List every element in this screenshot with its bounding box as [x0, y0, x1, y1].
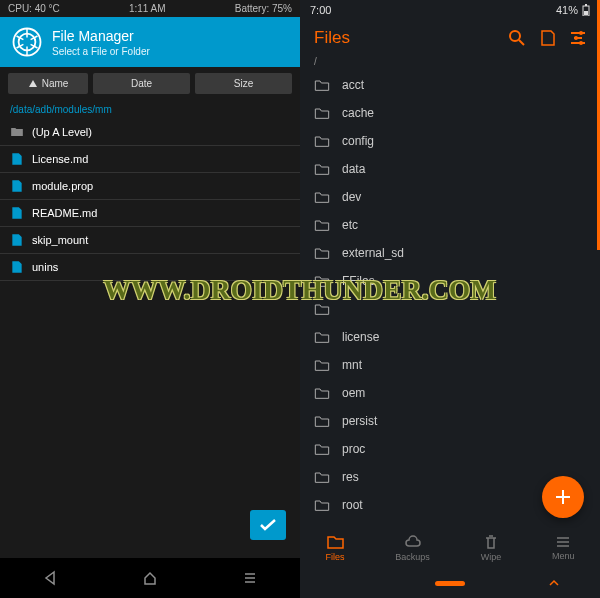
twrp-screen: CPU: 40 °C 1:11 AM Battery: 75% File Man… [0, 0, 300, 598]
folder-icon [314, 246, 330, 260]
list-item[interactable]: skip_mount [0, 227, 300, 254]
file-icon [10, 179, 24, 193]
clock: 7:00 [310, 4, 331, 16]
add-button[interactable] [542, 476, 584, 518]
list-item[interactable]: module.prop [0, 173, 300, 200]
recents-icon[interactable] [242, 570, 258, 586]
folder-icon [314, 470, 330, 484]
bottom-tabs: Files Backups Wipe Menu [300, 528, 600, 568]
check-icon [259, 518, 277, 532]
folder-name: root [342, 498, 363, 512]
sort-size-button[interactable]: Size [195, 73, 292, 94]
status-bar: 7:00 41% [300, 0, 600, 20]
folder-icon [314, 78, 330, 92]
select-button[interactable] [250, 510, 286, 540]
folder-name: res [342, 470, 359, 484]
plus-icon [553, 487, 573, 507]
twrp-logo-icon [12, 27, 42, 57]
folder-list: acct cache config data dev etc external_… [300, 71, 600, 547]
svg-point-6 [579, 31, 583, 35]
folder-name: mnt [342, 358, 362, 372]
filter-icon[interactable] [570, 31, 586, 45]
list-item[interactable]: oem [300, 379, 600, 407]
current-path[interactable]: /data/adb/modules/mm [0, 100, 300, 119]
folder-name: proc [342, 442, 365, 456]
tab-files[interactable]: Files [325, 534, 344, 562]
sort-date-button[interactable]: Date [93, 73, 190, 94]
list-item[interactable] [300, 295, 600, 323]
file-icon [10, 206, 24, 220]
battery: 41% [556, 4, 578, 16]
list-item[interactable]: README.md [0, 200, 300, 227]
list-item[interactable]: dev [300, 183, 600, 211]
sort-asc-icon [28, 79, 38, 89]
back-icon[interactable] [42, 570, 58, 586]
file-name: License.md [32, 153, 88, 165]
folder-name: data [342, 162, 365, 176]
app-title: File Manager [52, 28, 150, 44]
chevron-up-icon[interactable] [548, 579, 560, 587]
svg-rect-3 [585, 4, 587, 6]
folder-name: acct [342, 78, 364, 92]
list-item[interactable]: config [300, 127, 600, 155]
list-item[interactable]: data [300, 155, 600, 183]
file-name: (Up A Level) [32, 126, 92, 138]
list-item[interactable]: (Up A Level) [0, 119, 300, 146]
system-nav [300, 568, 600, 598]
folder-icon [314, 330, 330, 344]
app-title: Files [314, 28, 494, 48]
svg-point-7 [574, 36, 578, 40]
tab-wipe[interactable]: Wipe [481, 534, 502, 562]
folder-icon [314, 442, 330, 456]
app-header: Files [300, 20, 600, 56]
files-screen: 7:00 41% Files / acct cache config data … [300, 0, 600, 598]
list-item[interactable]: license [300, 323, 600, 351]
tab-label: Backups [395, 552, 430, 562]
battery-icon [582, 4, 590, 16]
list-item[interactable]: proc [300, 435, 600, 463]
list-item[interactable]: persist [300, 407, 600, 435]
tab-menu[interactable]: Menu [552, 535, 575, 561]
current-path[interactable]: / [300, 56, 600, 71]
search-icon[interactable] [508, 29, 526, 47]
folder-name: etc [342, 218, 358, 232]
trash-icon [484, 534, 498, 550]
folder-icon [10, 125, 24, 139]
folder-icon [314, 302, 330, 316]
file-icon [10, 260, 24, 274]
folder-icon [314, 358, 330, 372]
file-name: module.prop [32, 180, 93, 192]
app-header: File Manager Select a File or Folder [0, 17, 300, 67]
svg-point-5 [510, 31, 520, 41]
sort-name-button[interactable]: Name [8, 73, 88, 94]
list-item[interactable]: unins [0, 254, 300, 281]
list-item[interactable]: mnt [300, 351, 600, 379]
list-item[interactable]: cache [300, 99, 600, 127]
sdcard-icon[interactable] [540, 29, 556, 47]
folder-name: cache [342, 106, 374, 120]
tab-backups[interactable]: Backups [395, 534, 430, 562]
home-icon[interactable] [142, 570, 158, 586]
list-item[interactable]: FFiles [300, 267, 600, 295]
svg-rect-4 [584, 11, 588, 15]
folder-name: external_sd [342, 246, 404, 260]
list-item[interactable]: etc [300, 211, 600, 239]
list-item[interactable]: external_sd [300, 239, 600, 267]
system-nav [0, 558, 300, 598]
sort-bar: Name Date Size [0, 67, 300, 100]
file-name: unins [32, 261, 58, 273]
menu-icon [555, 535, 571, 549]
folder-icon [314, 162, 330, 176]
folder-icon [314, 414, 330, 428]
list-item[interactable]: License.md [0, 146, 300, 173]
list-item[interactable]: acct [300, 71, 600, 99]
folder-name: license [342, 330, 379, 344]
folder-icon [314, 106, 330, 120]
folder-icon [314, 274, 330, 288]
folder-icon [326, 534, 344, 550]
clock: 1:11 AM [129, 3, 166, 14]
home-pill[interactable] [435, 581, 465, 586]
file-icon [10, 233, 24, 247]
tab-label: Wipe [481, 552, 502, 562]
file-list: (Up A Level) License.md module.prop READ… [0, 119, 300, 281]
